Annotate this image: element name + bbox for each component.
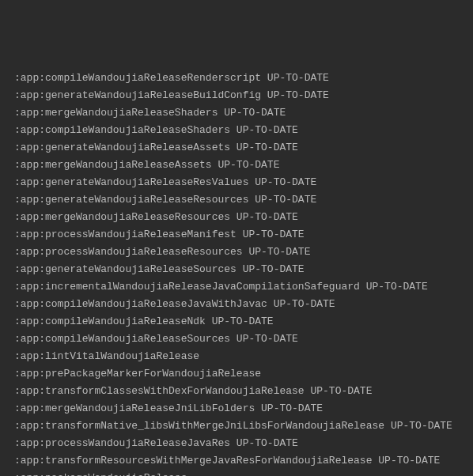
build-task-line: :app:transformNative_libsWithMergeJniLib… bbox=[0, 417, 473, 435]
build-task-line: :app:generateWandoujiaReleaseResValues U… bbox=[0, 174, 473, 191]
build-output-console[interactable]: :app:compileWandoujiaReleaseRenderscript… bbox=[0, 70, 473, 476]
build-task-line: :app:packageWandoujiaRelease bbox=[0, 470, 473, 476]
build-task-line: :app:lintVitalWandoujiaRelease bbox=[0, 348, 473, 365]
build-task-line: :app:compileWandoujiaReleaseNdk UP-TO-DA… bbox=[0, 313, 473, 331]
build-task-line: :app:processWandoujiaReleaseJavaRes UP-T… bbox=[0, 435, 473, 452]
build-task-line: :app:transformResourcesWithMergeJavaResF… bbox=[0, 452, 473, 470]
build-task-line: :app:compileWandoujiaReleaseJavaWithJava… bbox=[0, 296, 473, 313]
build-task-line: :app:mergeWandoujiaReleaseJniLibFolders … bbox=[0, 400, 473, 417]
build-task-line: :app:mergeWandoujiaReleaseResources UP-T… bbox=[0, 209, 473, 226]
build-task-line: :app:generateWandoujiaReleaseResources U… bbox=[0, 191, 473, 209]
build-task-line: :app:processWandoujiaReleaseResources UP… bbox=[0, 244, 473, 261]
build-task-line: :app:incrementalWandoujiaReleaseJavaComp… bbox=[0, 278, 473, 296]
build-task-line: :app:mergeWandoujiaReleaseAssets UP-TO-D… bbox=[0, 157, 473, 174]
build-task-line: :app:generateWandoujiaReleaseAssets UP-T… bbox=[0, 139, 473, 157]
build-task-line: :app:compileWandoujiaReleaseRenderscript… bbox=[0, 70, 473, 87]
build-task-line: :app:compileWandoujiaReleaseSources UP-T… bbox=[0, 331, 473, 348]
build-task-line: :app:prePackageMarkerForWandoujiaRelease bbox=[0, 365, 473, 383]
build-task-line: :app:mergeWandoujiaReleaseShaders UP-TO-… bbox=[0, 104, 473, 122]
build-task-line: :app:transformClassesWithDexForWandoujia… bbox=[0, 383, 473, 400]
build-task-line: :app:generateWandoujiaReleaseSources UP-… bbox=[0, 261, 473, 278]
build-task-line: :app:processWandoujiaReleaseManifest UP-… bbox=[0, 226, 473, 244]
build-task-line: :app:generateWandoujiaReleaseBuildConfig… bbox=[0, 87, 473, 104]
build-task-line: :app:compileWandoujiaReleaseShaders UP-T… bbox=[0, 122, 473, 139]
